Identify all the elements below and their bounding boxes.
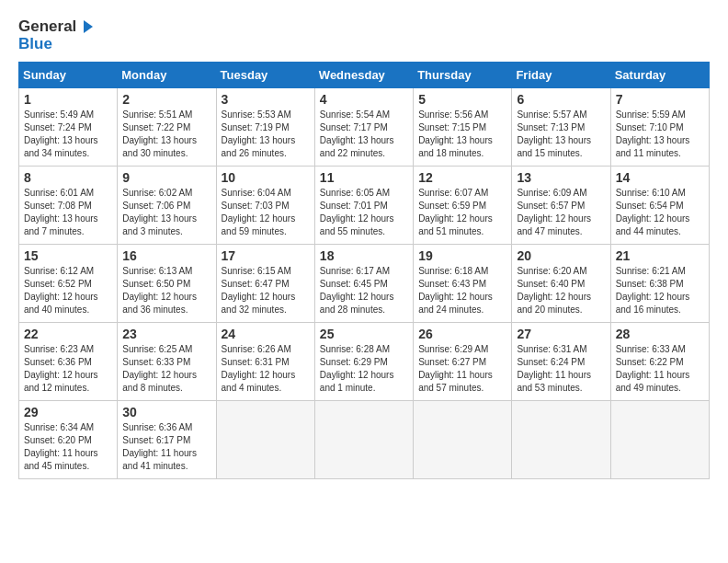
day-number: 18: [320, 248, 408, 263]
calendar-cell: [512, 401, 610, 479]
day-number: 1: [24, 92, 112, 107]
weekday-header-row: SundayMondayTuesdayWednesdayThursdayFrid…: [19, 63, 710, 88]
weekday-header-friday: Friday: [512, 63, 610, 88]
calendar-cell: [216, 401, 314, 479]
calendar-cell: 25Sunrise: 6:28 AM Sunset: 6:29 PM Dayli…: [314, 323, 413, 401]
day-info: Sunrise: 6:31 AM Sunset: 6:24 PM Dayligh…: [517, 343, 605, 395]
day-info: Sunrise: 6:33 AM Sunset: 6:22 PM Dayligh…: [616, 343, 704, 395]
day-number: 30: [122, 405, 210, 419]
day-number: 8: [24, 170, 112, 185]
weekday-header-monday: Monday: [118, 63, 216, 88]
calendar-cell: [414, 401, 512, 479]
calendar-cell: 27Sunrise: 6:31 AM Sunset: 6:24 PM Dayli…: [512, 323, 610, 401]
day-info: Sunrise: 6:23 AM Sunset: 6:36 PM Dayligh…: [24, 343, 112, 395]
calendar-cell: 2Sunrise: 5:51 AM Sunset: 7:22 PM Daylig…: [118, 88, 216, 167]
day-info: Sunrise: 6:02 AM Sunset: 7:06 PM Dayligh…: [122, 187, 210, 238]
day-number: 11: [320, 170, 408, 185]
calendar-cell: 23Sunrise: 6:25 AM Sunset: 6:33 PM Dayli…: [118, 323, 216, 401]
calendar-cell: 15Sunrise: 6:12 AM Sunset: 6:52 PM Dayli…: [19, 245, 118, 323]
weekday-header-tuesday: Tuesday: [216, 63, 314, 88]
day-info: Sunrise: 6:01 AM Sunset: 7:08 PM Dayligh…: [24, 187, 112, 238]
calendar-cell: 28Sunrise: 6:33 AM Sunset: 6:22 PM Dayli…: [610, 323, 709, 401]
day-info: Sunrise: 6:34 AM Sunset: 6:20 PM Dayligh…: [24, 421, 112, 473]
calendar-cell: 8Sunrise: 6:01 AM Sunset: 7:08 PM Daylig…: [19, 167, 118, 245]
weekday-header-thursday: Thursday: [414, 63, 512, 88]
day-number: 14: [616, 170, 704, 185]
calendar-cell: 5Sunrise: 5:56 AM Sunset: 7:15 PM Daylig…: [414, 88, 512, 167]
day-number: 6: [517, 92, 605, 107]
day-info: Sunrise: 6:12 AM Sunset: 6:52 PM Dayligh…: [24, 265, 112, 316]
day-info: Sunrise: 5:49 AM Sunset: 7:24 PM Dayligh…: [24, 109, 112, 160]
day-number: 26: [418, 327, 506, 341]
calendar-cell: 13Sunrise: 6:09 AM Sunset: 6:57 PM Dayli…: [512, 167, 610, 245]
day-number: 17: [222, 248, 310, 263]
calendar-cell: 7Sunrise: 5:59 AM Sunset: 7:10 PM Daylig…: [610, 88, 709, 167]
calendar-cell: 18Sunrise: 6:17 AM Sunset: 6:45 PM Dayli…: [314, 245, 413, 323]
calendar-cell: 6Sunrise: 5:57 AM Sunset: 7:13 PM Daylig…: [512, 88, 610, 167]
calendar-cell: 11Sunrise: 6:05 AM Sunset: 7:01 PM Dayli…: [314, 167, 413, 245]
calendar-cell: 29Sunrise: 6:34 AM Sunset: 6:20 PM Dayli…: [19, 401, 118, 479]
day-info: Sunrise: 6:25 AM Sunset: 6:33 PM Dayligh…: [122, 343, 210, 395]
day-number: 7: [616, 92, 704, 107]
calendar-cell: 12Sunrise: 6:07 AM Sunset: 6:59 PM Dayli…: [414, 167, 512, 245]
day-number: 12: [418, 170, 506, 185]
calendar-cell: 10Sunrise: 6:04 AM Sunset: 7:03 PM Dayli…: [216, 167, 314, 245]
day-info: Sunrise: 6:05 AM Sunset: 7:01 PM Dayligh…: [320, 187, 408, 238]
day-number: 23: [122, 327, 210, 341]
day-number: 29: [24, 405, 112, 419]
day-info: Sunrise: 6:15 AM Sunset: 6:47 PM Dayligh…: [222, 265, 310, 316]
calendar-cell: 26Sunrise: 6:29 AM Sunset: 6:27 PM Dayli…: [414, 323, 512, 401]
day-number: 15: [24, 248, 112, 263]
logo: General Blue: [18, 18, 95, 52]
day-number: 4: [320, 92, 408, 107]
day-info: Sunrise: 6:04 AM Sunset: 7:03 PM Dayligh…: [222, 187, 310, 238]
calendar-week-3: 15Sunrise: 6:12 AM Sunset: 6:52 PM Dayli…: [19, 245, 710, 323]
day-info: Sunrise: 6:13 AM Sunset: 6:50 PM Dayligh…: [122, 265, 210, 316]
day-number: 5: [418, 92, 506, 107]
calendar-cell: 14Sunrise: 6:10 AM Sunset: 6:54 PM Dayli…: [610, 167, 709, 245]
calendar-cell: [314, 401, 413, 479]
day-number: 10: [222, 170, 310, 185]
day-info: Sunrise: 6:10 AM Sunset: 6:54 PM Dayligh…: [616, 187, 704, 238]
day-info: Sunrise: 6:21 AM Sunset: 6:38 PM Dayligh…: [616, 265, 704, 316]
day-number: 9: [122, 170, 210, 185]
header: General Blue: [18, 18, 710, 52]
day-number: 25: [320, 327, 408, 341]
day-number: 13: [517, 170, 605, 185]
day-number: 2: [122, 92, 210, 107]
day-number: 3: [222, 92, 310, 107]
day-number: 16: [122, 248, 210, 263]
day-number: 24: [222, 327, 310, 341]
calendar-cell: 3Sunrise: 5:53 AM Sunset: 7:19 PM Daylig…: [216, 88, 314, 167]
day-info: Sunrise: 5:57 AM Sunset: 7:13 PM Dayligh…: [517, 109, 605, 160]
calendar-week-5: 29Sunrise: 6:34 AM Sunset: 6:20 PM Dayli…: [19, 401, 710, 479]
calendar-cell: 16Sunrise: 6:13 AM Sunset: 6:50 PM Dayli…: [118, 245, 216, 323]
calendar-cell: 21Sunrise: 6:21 AM Sunset: 6:38 PM Dayli…: [610, 245, 709, 323]
calendar-cell: 4Sunrise: 5:54 AM Sunset: 7:17 PM Daylig…: [314, 88, 413, 167]
day-info: Sunrise: 6:29 AM Sunset: 6:27 PM Dayligh…: [418, 343, 506, 395]
calendar-cell: 9Sunrise: 6:02 AM Sunset: 7:06 PM Daylig…: [118, 167, 216, 245]
weekday-header-wednesday: Wednesday: [314, 63, 413, 88]
calendar-cell: 17Sunrise: 6:15 AM Sunset: 6:47 PM Dayli…: [216, 245, 314, 323]
calendar-cell: 24Sunrise: 6:26 AM Sunset: 6:31 PM Dayli…: [216, 323, 314, 401]
day-info: Sunrise: 6:28 AM Sunset: 6:29 PM Dayligh…: [320, 343, 408, 395]
day-info: Sunrise: 6:09 AM Sunset: 6:57 PM Dayligh…: [517, 187, 605, 238]
calendar-cell: 22Sunrise: 6:23 AM Sunset: 6:36 PM Dayli…: [19, 323, 118, 401]
day-info: Sunrise: 5:59 AM Sunset: 7:10 PM Dayligh…: [616, 109, 704, 160]
day-info: Sunrise: 6:20 AM Sunset: 6:40 PM Dayligh…: [517, 265, 605, 316]
logo-text-general: General: [18, 18, 76, 36]
day-number: 19: [418, 248, 506, 263]
day-number: 28: [616, 327, 704, 341]
day-info: Sunrise: 6:07 AM Sunset: 6:59 PM Dayligh…: [418, 187, 506, 238]
day-info: Sunrise: 6:18 AM Sunset: 6:43 PM Dayligh…: [418, 265, 506, 316]
svg-marker-0: [84, 20, 93, 33]
calendar-table: SundayMondayTuesdayWednesdayThursdayFrid…: [18, 62, 710, 479]
day-number: 20: [517, 248, 605, 263]
calendar-week-1: 1Sunrise: 5:49 AM Sunset: 7:24 PM Daylig…: [19, 88, 710, 167]
day-number: 27: [517, 327, 605, 341]
day-info: Sunrise: 6:36 AM Sunset: 6:17 PM Dayligh…: [122, 421, 210, 473]
day-info: Sunrise: 5:53 AM Sunset: 7:19 PM Dayligh…: [222, 109, 310, 160]
calendar-week-2: 8Sunrise: 6:01 AM Sunset: 7:08 PM Daylig…: [19, 167, 710, 245]
day-info: Sunrise: 6:17 AM Sunset: 6:45 PM Dayligh…: [320, 265, 408, 316]
logo-text-blue: Blue: [18, 36, 95, 53]
